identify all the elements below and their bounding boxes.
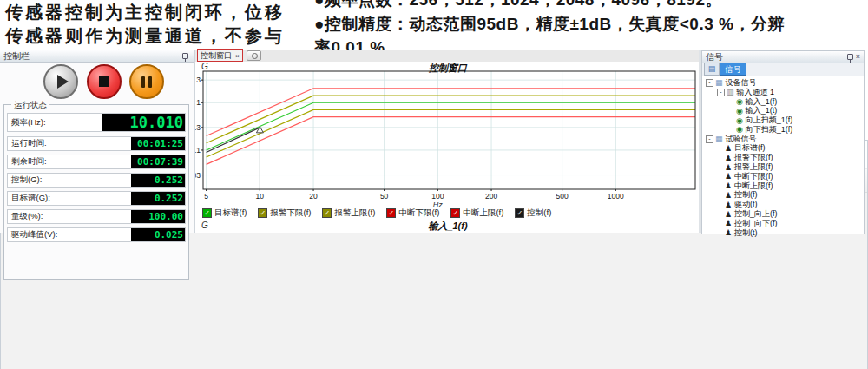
chart-title: 控制窗口 (195, 62, 700, 75)
chart-tab-label: 控制窗口 (201, 50, 232, 62)
legend-checkbox[interactable]: ✓ (322, 208, 332, 218)
legend-checkbox[interactable]: ✓ (202, 208, 212, 218)
legend-checkbox[interactable]: ✓ (258, 208, 267, 218)
tree-item[interactable]: -▦试验信号 (704, 135, 864, 144)
chart-canvas[interactable]: 310.30.10.0351020501002005001000Hz (195, 62, 700, 207)
x-tick-label: 1000 (608, 192, 624, 201)
field-label: 目标谱(G): (11, 193, 131, 204)
signal-panel-title: 信号 (706, 51, 723, 63)
chart-area: 控制窗口 × G 控制窗口 310.30.10.0351020501002005… (195, 50, 700, 233)
tab-control-window[interactable]: 控制窗口 × (197, 49, 243, 62)
signal-icon: ♟ (725, 163, 732, 172)
tree-item[interactable]: ♟控制(t) (704, 228, 864, 238)
legend-checkbox[interactable]: ✓ (386, 208, 396, 218)
text-line: 传感器则作为测量通道，不参与 (5, 24, 307, 48)
field-value: 0.252 (131, 174, 185, 187)
signal-panel-header: 信号 × (702, 51, 864, 63)
signal-icon: ◉ (736, 97, 743, 106)
field-label: 运行时间: (11, 138, 131, 149)
signal-icon: ♟ (725, 181, 732, 190)
x-tick-label: 20 (309, 192, 318, 201)
signal-icon: ♟ (725, 228, 732, 237)
signal-icon: ♟ (725, 201, 732, 209)
pin-icon[interactable] (847, 54, 853, 60)
project-tab[interactable]: ▤ (704, 63, 720, 76)
tree-item[interactable]: ♟控制(f) (704, 191, 864, 201)
legend-item[interactable]: ✓中断下限(f) (386, 208, 439, 219)
legend-label: 控制(f) (527, 208, 551, 219)
signal-icon: ▥ (727, 88, 734, 96)
stop-icon (99, 76, 109, 87)
field-label: 控制(G): (11, 175, 131, 186)
signal-icon: ♟ (725, 144, 732, 153)
field-value: 100.00 (131, 210, 185, 223)
chart-tab-bar: 控制窗口 × (195, 50, 700, 63)
tree-item[interactable]: ♟报警上限(f) (704, 162, 864, 172)
pause-button[interactable] (129, 64, 164, 99)
tree-item[interactable]: -▦设备信号 (704, 78, 864, 88)
tree-item[interactable]: ♟控制_向下(f) (704, 219, 864, 228)
signal-panel: 信号 × ▤ 信号 -▦设备信号-▥输入通道 1◉输入_1(f)◉输入_1(t)… (701, 50, 865, 234)
field-value: 0.252 (131, 192, 185, 205)
expand-icon[interactable]: - (706, 135, 713, 143)
status-field: 驱动峰值(V):0.025 (7, 227, 186, 242)
close-icon[interactable]: × (856, 53, 860, 61)
signal-tabs: ▤ 信号 (702, 63, 864, 76)
expand-icon[interactable]: - (706, 79, 713, 87)
legend-label: 报警下限(f) (270, 208, 311, 219)
signal-icon: ♟ (725, 172, 732, 181)
status-field: 量级(%):100.00 (7, 209, 186, 224)
tab-close-icon[interactable]: × (235, 52, 240, 60)
x-tick-label: 200 (485, 192, 497, 201)
signal-icon: ♟ (725, 191, 732, 200)
x-tick-label: 100 (431, 192, 444, 201)
tree-item[interactable]: ◉输入_1(f) (704, 97, 864, 107)
signal-icon: ▦ (715, 78, 723, 87)
text-line: ●频率点数：256，512，1024，2048，4096，8192。 (314, 0, 866, 12)
tree-item[interactable]: ♟控制_向上(f) (704, 209, 864, 219)
tree-item[interactable]: ♟报警下限(f) (704, 153, 864, 162)
x-tick-label: 50 (380, 192, 389, 201)
legend-checkbox[interactable]: ✓ (450, 208, 460, 218)
transport-buttons (0, 63, 194, 101)
tree-item[interactable]: ♟驱动(f) (704, 200, 864, 209)
start-button[interactable] (43, 64, 78, 99)
legend-item[interactable]: ✓目标谱(f) (202, 208, 247, 219)
legend-label: 中断下限(f) (398, 208, 439, 219)
y-tick-label: 3 (196, 76, 201, 84)
x-axis-label: Hz (433, 201, 443, 207)
tree-item[interactable]: ♟中断上限(f) (704, 181, 864, 191)
stop-button[interactable] (87, 64, 122, 99)
y-tick-label: 0.03 (195, 171, 201, 180)
x-tick-label: 500 (556, 192, 569, 201)
expand-icon[interactable]: - (717, 89, 725, 96)
run-status-group: 运行状态 频率(Hz):10.010运行时间:00:01:25剩余时间:00:0… (3, 104, 189, 280)
run-status-title: 运行状态 (11, 100, 49, 111)
field-value: 10.010 (102, 114, 185, 131)
legend-item[interactable]: ✓报警下限(f) (258, 208, 311, 219)
legend-item[interactable]: ✓控制(f) (515, 208, 551, 219)
legend-item[interactable]: ✓中断上限(f) (450, 208, 503, 219)
field-value: 00:07:39 (131, 155, 185, 168)
x-tick-label: 5 (204, 192, 208, 201)
tree-item[interactable]: ♟中断下限(f) (704, 172, 864, 181)
pin-icon[interactable] (182, 53, 188, 59)
legend-item[interactable]: ✓报警上限(f) (322, 208, 375, 219)
field-value: 00:01:25 (131, 137, 185, 150)
x-tick-label: 10 (256, 192, 265, 201)
plot-background[interactable] (203, 71, 695, 189)
tree-item[interactable]: -▥输入通道 1 (704, 88, 864, 97)
status-field: 运行时间:00:01:25 (7, 136, 186, 151)
control-chart: G 控制窗口 310.30.10.0351020501002005001000H… (195, 62, 700, 233)
status-field: 剩余时间:00:07:39 (7, 155, 186, 169)
legend-checkbox[interactable]: ✓ (515, 208, 524, 218)
field-label: 频率(Hz): (11, 117, 102, 128)
snapshot-button[interactable] (247, 50, 261, 61)
field-label: 量级(%): (11, 211, 131, 222)
tree-item[interactable]: ♟目标谱(f) (704, 144, 864, 154)
y-tick-label: 0.3 (195, 123, 201, 132)
signal-icon: ♟ (725, 154, 732, 162)
play-icon (57, 75, 69, 89)
tab-signals[interactable]: 信号 (720, 63, 746, 76)
signal-icon: ◉ (736, 107, 743, 115)
